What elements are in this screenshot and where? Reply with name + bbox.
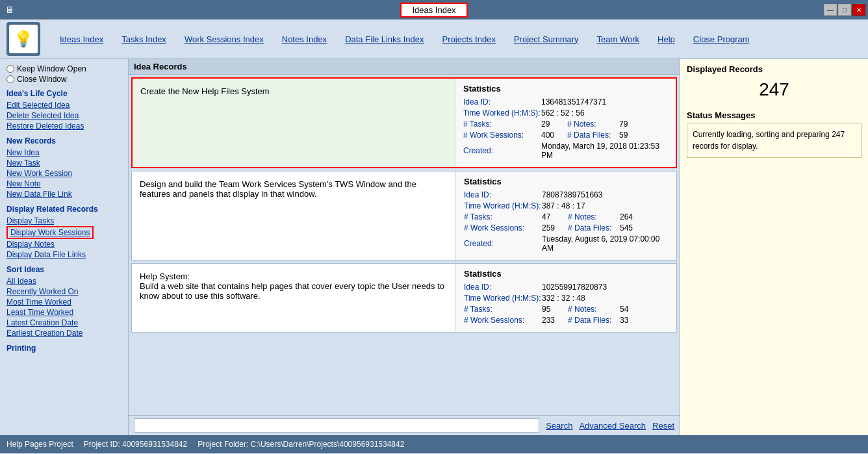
stats-label-notes-2: # Notes: <box>568 212 620 221</box>
search-input[interactable] <box>134 419 539 432</box>
reset-link[interactable]: Reset <box>652 421 674 431</box>
status-project-id: Project ID: 400956931534842 <box>84 440 187 449</box>
stats-value-notes-1: 79 <box>619 120 628 129</box>
stats-header-1: Statistics <box>463 84 668 94</box>
stats-label-tasks-3: # Tasks: <box>464 305 542 314</box>
stats-label-ws-2: # Work Sessions: <box>464 223 542 233</box>
nav-bar: 💡 Ideas Index Tasks Index Work Sessions … <box>0 19 868 59</box>
idea-card-1[interactable]: Create the New Help Files System Statist… <box>131 77 677 168</box>
sidebar: Keep Window Open Close Window Idea's Lif… <box>0 59 129 435</box>
close-window-radio[interactable]: Close Window <box>6 75 121 84</box>
center-content: Idea Records Create the New Help Files S… <box>129 59 680 435</box>
stats-label-ideaid-1: Idea ID: <box>463 97 541 107</box>
nav-work-sessions-index[interactable]: Work Sessions Index <box>175 32 273 47</box>
sort-ideas-section-title: Sort Ideas <box>6 265 121 274</box>
idea-card-3[interactable]: Help System: Build a web site that conta… <box>131 263 677 333</box>
radio-circle-2 <box>6 75 14 83</box>
display-data-file-links-link[interactable]: Display Data File Links <box>6 249 121 260</box>
main-area: Keep Window Open Close Window Idea's Lif… <box>0 59 868 435</box>
stats-label-ws-1: # Work Sessions: <box>463 131 541 140</box>
displayed-records-section: Displayed Records 247 <box>687 64 862 103</box>
display-work-sessions-link[interactable]: Display Work Sessions <box>6 226 94 239</box>
stats-label-tasks-1: # Tasks: <box>463 120 541 129</box>
stats-value-ideaid-3: 102559917820873 <box>542 283 620 292</box>
close-button[interactable]: ✕ <box>852 4 865 16</box>
minimize-button[interactable]: — <box>824 4 837 16</box>
radio-circle-1 <box>6 65 14 73</box>
stats-row-worksessions-3: # Work Sessions: 233 # Data Files: 33 <box>464 316 669 325</box>
stats-row-worksessions-2: # Work Sessions: 259 # Data Files: 545 <box>464 223 669 233</box>
advanced-search-link[interactable]: Advanced Search <box>579 421 646 431</box>
stats-label-notes-3: # Notes: <box>568 305 620 314</box>
stats-header-2: Statistics <box>464 177 669 186</box>
display-notes-link[interactable]: Display Notes <box>6 239 121 249</box>
life-cycle-section-title: Idea's Life Cycle <box>6 89 121 98</box>
keep-window-radio[interactable]: Keep Window Open <box>6 64 121 73</box>
new-idea-link[interactable]: New Idea <box>6 147 121 158</box>
all-ideas-link[interactable]: All Ideas <box>6 276 121 286</box>
stats-label-df-2: # Data Files: <box>568 223 620 233</box>
nav-notes-index[interactable]: Notes Index <box>273 32 336 47</box>
idea-list[interactable]: Create the New Help Files System Statist… <box>129 75 680 415</box>
recently-worked-on-link[interactable]: Recently Worked On <box>6 286 121 297</box>
stats-value-notes-2: 264 <box>620 212 633 221</box>
stats-label-time-1: Time Worked (H:M:S): <box>463 108 541 118</box>
stats-label-df-3: # Data Files: <box>568 316 620 325</box>
edit-idea-link[interactable]: Edit Selected Idea <box>6 100 121 110</box>
stats-row-worksessions-1: # Work Sessions: 400 # Data Files: 59 <box>463 131 668 140</box>
printing-section-title: Printing <box>6 344 121 353</box>
stats-row-ideaid-3: Idea ID: 102559917820873 <box>464 283 669 292</box>
stats-value-created-2: Tuesday, August 6, 2019 07:00:00 AM <box>542 234 669 253</box>
idea-card-2[interactable]: Design and build the Team Work Services … <box>131 171 677 260</box>
nav-data-file-links-index[interactable]: Data File Links Index <box>336 32 433 47</box>
stats-value-df-3: 33 <box>620 316 628 325</box>
stats-value-df-1: 59 <box>619 131 628 140</box>
stats-row-tasks-2: # Tasks: 47 # Notes: 264 <box>464 212 669 221</box>
idea-stats-2: Statistics Idea ID: 78087389751663 Time … <box>455 171 676 260</box>
stats-label-notes-1: # Notes: <box>567 120 619 129</box>
earliest-creation-date-link[interactable]: Earliest Creation Date <box>6 328 121 338</box>
status-messages-title: Status Messages <box>687 110 862 120</box>
nav-project-summary[interactable]: Project Summary <box>505 32 588 47</box>
most-time-worked-link[interactable]: Most Time Worked <box>6 297 121 307</box>
least-time-worked-link[interactable]: Least Time Worked <box>6 307 121 318</box>
nav-projects-index[interactable]: Projects Index <box>433 32 505 47</box>
stats-value-tasks-1: 29 <box>541 120 567 129</box>
nav-ideas-index[interactable]: Ideas Index <box>51 32 112 47</box>
stats-value-ws-2: 259 <box>542 223 568 233</box>
status-message-box: Currently loading, sorting and preparing… <box>687 123 862 158</box>
search-input-wrapper <box>134 418 539 433</box>
stats-label-ideaid-2: Idea ID: <box>464 190 542 199</box>
nav-help[interactable]: Help <box>648 32 684 47</box>
stats-value-tasks-2: 47 <box>542 212 568 221</box>
stats-label-tasks-2: # Tasks: <box>464 212 542 221</box>
status-project: Help Pages Project <box>6 440 73 449</box>
stats-value-df-2: 545 <box>620 223 633 233</box>
new-note-link[interactable]: New Note <box>6 179 121 189</box>
keep-window-label: Keep Window Open <box>17 64 86 73</box>
display-tasks-link[interactable]: Display Tasks <box>6 216 121 226</box>
nav-close-program[interactable]: Close Program <box>684 32 759 47</box>
stats-value-ideaid-2: 78087389751663 <box>542 190 620 199</box>
nav-team-work[interactable]: Team Work <box>588 32 649 47</box>
stats-row-tasks-1: # Tasks: 29 # Notes: 79 <box>463 120 668 129</box>
maximize-button[interactable]: □ <box>838 4 851 16</box>
displayed-records-title: Displayed Records <box>687 64 862 74</box>
center-scroll-wrapper: Create the New Help Files System Statist… <box>129 75 680 415</box>
idea-stats-1: Statistics Idea ID: 136481351747371 Time… <box>455 79 676 167</box>
new-data-file-link-link[interactable]: New Data File Link <box>6 189 121 199</box>
search-bar: Search Advanced Search Reset <box>129 415 680 435</box>
delete-idea-link[interactable]: Delete Selected Idea <box>6 110 121 121</box>
status-bar: Help Pages Project Project ID: 400956931… <box>0 435 868 453</box>
new-task-link[interactable]: New Task <box>6 158 121 168</box>
idea-title-3: Help System: Build a web site that conta… <box>140 271 448 301</box>
stats-row-ideaid-2: Idea ID: 78087389751663 <box>464 190 669 199</box>
stats-row-time-2: Time Worked (H:M:S): 387 : 48 : 17 <box>464 201 669 210</box>
new-work-session-link[interactable]: New Work Session <box>6 168 121 179</box>
stats-value-tasks-3: 95 <box>542 305 568 314</box>
nav-tasks-index[interactable]: Tasks Index <box>112 32 175 47</box>
latest-creation-date-link[interactable]: Latest Creation Date <box>6 318 121 328</box>
search-link[interactable]: Search <box>546 421 572 431</box>
stats-value-time-3: 332 : 32 : 48 <box>542 294 620 303</box>
restore-ideas-link[interactable]: Restore Deleted Ideas <box>6 121 121 131</box>
